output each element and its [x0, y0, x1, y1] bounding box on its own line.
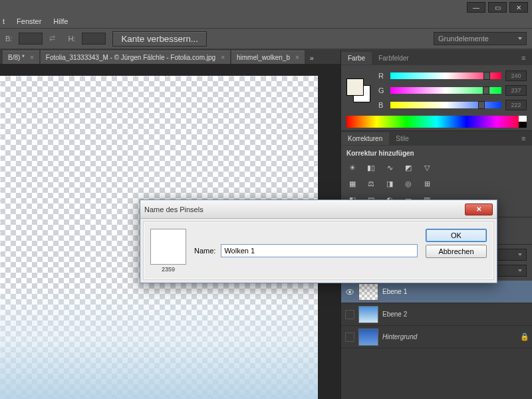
- close-icon[interactable]: ×: [221, 54, 225, 61]
- lock-icon: 🔒: [520, 332, 528, 341]
- bw-icon[interactable]: ◨: [384, 178, 396, 189]
- tab-adjustments[interactable]: Korrekturen: [341, 132, 389, 145]
- brush-size-label: 2359: [162, 266, 175, 273]
- height-label: H:: [68, 35, 75, 43]
- close-icon[interactable]: ×: [30, 54, 34, 61]
- panel-menu-icon[interactable]: ≡: [521, 134, 532, 142]
- panel-menu-icon[interactable]: ≡: [521, 54, 532, 62]
- b-slider[interactable]: [390, 102, 501, 108]
- layer-row[interactable]: Hintergrund 🔒: [341, 326, 532, 348]
- maximize-button[interactable]: ▭: [488, 2, 507, 13]
- cancel-button[interactable]: Abbrechen: [426, 245, 487, 258]
- vibrance-icon[interactable]: ▽: [421, 162, 433, 173]
- visibility-icon[interactable]: [345, 287, 354, 297]
- width-label: B:: [5, 35, 12, 43]
- height-input[interactable]: [82, 33, 106, 45]
- layer-name[interactable]: Hintergrund: [382, 333, 516, 340]
- brightness-icon[interactable]: ☀: [346, 162, 358, 173]
- width-input[interactable]: [19, 33, 43, 45]
- layer-name[interactable]: Ebene 2: [382, 311, 528, 318]
- curves-icon[interactable]: ∿: [384, 162, 396, 173]
- tab-swatches[interactable]: Farbfelder: [372, 52, 416, 65]
- hue-icon[interactable]: ▦: [346, 178, 358, 189]
- menu-item[interactable]: Fenster: [17, 17, 41, 25]
- tab-styles[interactable]: Stile: [389, 132, 415, 145]
- workspace-label: Grundelemente: [438, 35, 489, 43]
- dialog-title: Name des Pinsels: [144, 205, 465, 213]
- brush-name-input[interactable]: [221, 244, 418, 257]
- brush-thumbnail: [150, 229, 186, 265]
- workspace-selector[interactable]: Grundelemente: [434, 32, 527, 45]
- layer-list: Ebene 1 Ebene 2 Hintergrund 🔒: [341, 281, 532, 399]
- document-tab[interactable]: Fotolia_31333343_M - © Jürgen Fälchle - …: [41, 51, 230, 64]
- visibility-toggle[interactable]: [345, 332, 354, 342]
- options-bar: B: ⇄ H: Kante verbessern... Grundelement…: [0, 28, 532, 49]
- levels-icon[interactable]: ▮▯: [365, 162, 377, 173]
- slider-thumb[interactable]: [483, 86, 489, 94]
- b-value[interactable]: 222: [505, 100, 527, 110]
- dialog-titlebar[interactable]: Name des Pinsels ✕: [140, 200, 497, 219]
- close-icon[interactable]: ×: [295, 54, 299, 61]
- close-button[interactable]: ✕: [509, 2, 528, 13]
- ok-button[interactable]: OK: [426, 229, 487, 242]
- document-tab[interactable]: himmel_wolken_b×: [231, 51, 305, 64]
- r-slider[interactable]: [390, 72, 501, 79]
- layer-thumbnail[interactable]: [358, 329, 378, 346]
- minimize-button[interactable]: —: [467, 2, 485, 13]
- swap-icon[interactable]: ⇄: [49, 34, 61, 43]
- adjust-title: Korrektur hinzufügen: [346, 150, 527, 157]
- refine-edge-button[interactable]: Kante verbessern...: [112, 31, 207, 47]
- g-value[interactable]: 237: [505, 85, 527, 96]
- layer-row[interactable]: Ebene 2: [341, 303, 532, 326]
- tab-overflow-button[interactable]: »: [306, 52, 318, 64]
- document-tab[interactable]: B/8) *×: [3, 51, 39, 64]
- menu-item[interactable]: t: [3, 17, 5, 25]
- exposure-icon[interactable]: ◩: [402, 162, 414, 173]
- foreground-color[interactable]: [346, 78, 364, 96]
- visibility-toggle[interactable]: [345, 310, 354, 319]
- menubar: t Fenster Hilfe: [0, 15, 532, 28]
- r-value[interactable]: 240: [505, 70, 527, 81]
- b-label: B: [378, 101, 386, 109]
- slider-thumb[interactable]: [483, 72, 490, 80]
- r-label: R: [378, 72, 386, 80]
- balance-icon[interactable]: ⚖: [365, 178, 377, 189]
- chevron-down-icon: [518, 37, 522, 40]
- menu-item[interactable]: Hilfe: [53, 17, 68, 25]
- dialog-close-button[interactable]: ✕: [465, 203, 493, 215]
- layer-thumbnail[interactable]: [358, 283, 378, 301]
- layer-name[interactable]: Ebene 1: [382, 288, 528, 295]
- color-swatches[interactable]: [346, 78, 370, 102]
- color-spectrum[interactable]: [346, 116, 527, 128]
- color-panel: R 240 G 237 B 222: [341, 65, 532, 130]
- g-slider[interactable]: [390, 87, 501, 94]
- svg-point-1: [348, 291, 351, 293]
- slider-thumb[interactable]: [478, 101, 485, 109]
- photo-filter-icon[interactable]: ◎: [402, 178, 414, 189]
- layer-row[interactable]: Ebene 1: [341, 281, 532, 303]
- layer-thumbnail[interactable]: [358, 306, 378, 323]
- g-label: G: [378, 86, 386, 94]
- brush-name-dialog: Name des Pinsels ✕ 2359 Name: OK Abbrech…: [140, 200, 497, 283]
- tab-color[interactable]: Farbe: [341, 52, 372, 65]
- name-label: Name:: [194, 247, 215, 255]
- channel-mixer-icon[interactable]: ⊞: [421, 178, 433, 189]
